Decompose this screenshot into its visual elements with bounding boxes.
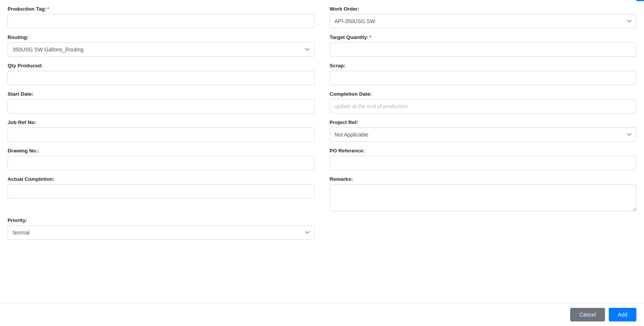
drawing-no-group: Drawing No.: — [8, 148, 315, 170]
priority-select[interactable]: Normal High Low — [8, 225, 315, 240]
po-reference-group: PO Reference: — [330, 148, 637, 170]
qty-produced-group: Qty Produced: 0.0 — [8, 63, 315, 85]
project-ref-label: Project Ref: — [330, 120, 637, 125]
routing-label: Routing: — [8, 34, 315, 40]
target-quantity-input[interactable]: 1.0 — [330, 42, 637, 57]
remarks-group: Remarks: — [330, 176, 637, 211]
po-reference-label: PO Reference: — [330, 148, 637, 154]
remarks-label: Remarks: — [330, 176, 637, 182]
routing-group: Routing: 350USG SW Gallons_Routing — [8, 34, 315, 57]
completion-date-label: Completion Date: — [330, 91, 637, 97]
priority-group: Priority: Normal High Low — [8, 217, 315, 240]
actual-completion-input[interactable] — [8, 184, 315, 199]
production-tag-label: Production Tag:* — [8, 6, 315, 12]
drawing-no-input[interactable] — [8, 156, 315, 170]
po-reference-input[interactable] — [330, 156, 637, 170]
actual-completion-label: Actual Completion: — [8, 176, 315, 182]
scrap-group: Scrap: 0.0 — [330, 63, 637, 85]
scrap-input[interactable]: 0.0 — [330, 71, 637, 85]
add-button[interactable]: Add — [609, 308, 636, 321]
routing-select[interactable]: 350USG SW Gallons_Routing — [8, 42, 315, 57]
empty-right-cell — [330, 217, 637, 240]
qty-produced-label: Qty Produced: — [8, 63, 315, 68]
actual-completion-group: Actual Completion: — [8, 176, 315, 211]
completion-date-group: Completion Date: — [330, 91, 637, 113]
start-date-label: Start Date: — [8, 91, 315, 97]
project-ref-select[interactable]: Not Applicable — [330, 127, 637, 142]
job-ref-no-group: Job Ref No: — [8, 120, 315, 142]
production-tag-input[interactable]: API-350USG SW_Production — [8, 14, 315, 28]
start-date-input[interactable]: 07/25/2024 — [8, 99, 315, 113]
work-order-group: Work Order: API-350USG SW — [330, 6, 637, 28]
cancel-button[interactable]: Cancel — [570, 308, 605, 321]
work-order-select[interactable]: API-350USG SW — [330, 14, 637, 28]
start-date-group: Start Date: 07/25/2024 — [8, 91, 315, 113]
project-ref-group: Project Ref: Not Applicable — [330, 120, 637, 142]
footer-buttons: Cancel Add — [0, 303, 644, 326]
completion-date-input[interactable] — [330, 99, 637, 113]
target-quantity-group: Target Quantity:* 1.0 — [330, 34, 637, 57]
production-tag-group: Production Tag:* API-350USG SW_Productio… — [8, 6, 315, 28]
priority-label: Priority: — [8, 217, 315, 223]
job-ref-no-input[interactable] — [8, 127, 315, 142]
page-container: Production Tag:* API-350USG SW_Productio… — [0, 0, 644, 326]
work-order-label: Work Order: — [330, 6, 637, 12]
remarks-textarea[interactable] — [330, 184, 637, 211]
form-grid: Production Tag:* API-350USG SW_Productio… — [8, 6, 636, 246]
target-quantity-label: Target Quantity:* — [330, 34, 637, 40]
top-border-accent — [636, 0, 644, 1]
drawing-no-label: Drawing No.: — [8, 148, 315, 154]
qty-produced-input[interactable]: 0.0 — [8, 71, 315, 85]
scrap-label: Scrap: — [330, 63, 637, 68]
job-ref-no-label: Job Ref No: — [8, 120, 315, 125]
